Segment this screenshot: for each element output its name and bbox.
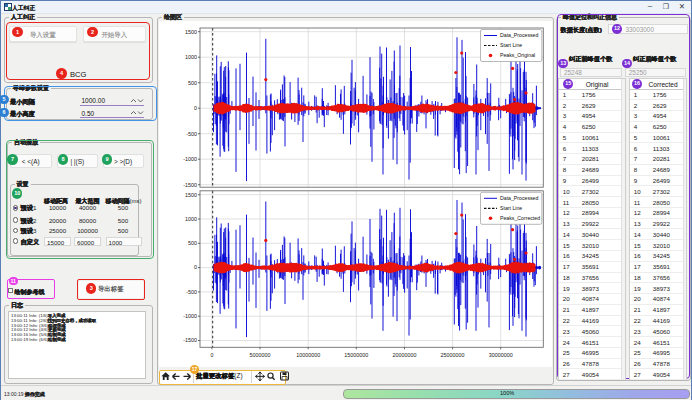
- svg-text:-500: -500: [186, 289, 197, 295]
- svg-text:1500: 1500: [185, 29, 197, 35]
- svg-text:1000: 1000: [185, 216, 197, 222]
- svg-text:Peaks_Original: Peaks_Original: [500, 52, 535, 58]
- svg-text:15000000: 15000000: [344, 352, 368, 358]
- svg-text:0: 0: [194, 105, 197, 111]
- svg-text:500: 500: [188, 240, 197, 246]
- svg-text:-500: -500: [186, 131, 197, 137]
- svg-text:10000000: 10000000: [296, 352, 320, 358]
- svg-text:-1500: -1500: [183, 337, 197, 343]
- svg-text:25000000: 25000000: [441, 352, 465, 358]
- svg-text:30000000: 30000000: [489, 352, 513, 358]
- svg-text:-1000: -1000: [183, 156, 197, 162]
- svg-text:Data_Processed: Data_Processed: [500, 195, 538, 201]
- svg-text:0: 0: [194, 264, 197, 270]
- svg-text:5000000: 5000000: [250, 352, 271, 358]
- svg-text:Data_Processed: Data_Processed: [500, 32, 538, 38]
- svg-text:500: 500: [188, 80, 197, 86]
- svg-text:1000: 1000: [185, 54, 197, 60]
- svg-text:-1000: -1000: [183, 313, 197, 319]
- svg-text:20000000: 20000000: [393, 352, 417, 358]
- svg-text:0: 0: [210, 352, 213, 358]
- svg-text:Start Line: Start Line: [500, 205, 522, 211]
- svg-text:1500: 1500: [185, 192, 197, 198]
- svg-text:Peaks_Corrected: Peaks_Corrected: [500, 215, 540, 221]
- svg-text:-1500: -1500: [183, 182, 197, 188]
- svg-text:Start Line: Start Line: [500, 42, 522, 48]
